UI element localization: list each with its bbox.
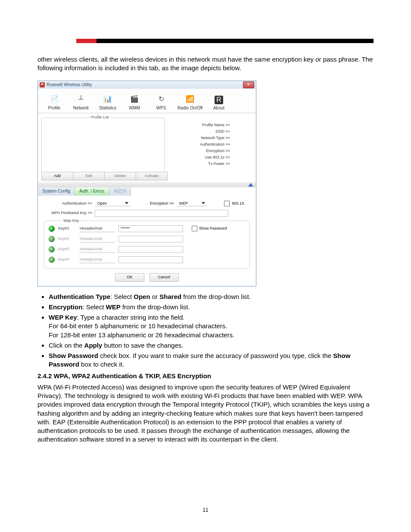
text: from the drop-down list. bbox=[181, 293, 251, 300]
edit-button[interactable]: Edit bbox=[73, 172, 104, 180]
tab-8021x[interactable]: 8021X bbox=[109, 187, 131, 196]
profile-buttons: Add Edit Delete Activate bbox=[41, 172, 168, 180]
toolbar-label: Radio On/Off bbox=[177, 105, 203, 111]
close-button[interactable]: ✕ bbox=[243, 81, 254, 88]
wep-key1-radio[interactable] bbox=[49, 226, 55, 232]
header-stripe-black bbox=[97, 39, 374, 43]
text: from the drop-down list. bbox=[121, 303, 190, 311]
list-item: WEP Key: Type a character string into th… bbox=[49, 313, 374, 339]
wep-key2-format[interactable]: Hexadecimal bbox=[80, 235, 115, 243]
toolbar-network[interactable]: ┴ Network bbox=[70, 94, 92, 111]
wep-key4-format-value: Hexadecimal bbox=[80, 257, 102, 262]
tab-auth-encry[interactable]: Auth. \ Encry. bbox=[75, 187, 109, 196]
chevron-down-icon bbox=[125, 202, 128, 204]
toolbar: 📄 Profile ┴ Network 📊 Statistics 🎬 WMM bbox=[38, 89, 256, 113]
bold: Shared bbox=[159, 293, 181, 300]
bold: Encryption bbox=[49, 303, 82, 311]
bold: Authentication Type bbox=[49, 293, 110, 300]
wep-key3-radio[interactable] bbox=[49, 246, 55, 252]
collapse-icon bbox=[248, 183, 253, 187]
tab-system-config[interactable]: System Config bbox=[38, 187, 75, 196]
prop-network-type: Network Type >> bbox=[200, 135, 230, 141]
wep-key4-label: Key#4 bbox=[58, 257, 76, 262]
toolbar-label: WMM bbox=[123, 105, 146, 111]
window-title: Rosewill Wireless Utility bbox=[47, 82, 243, 88]
about-icon: R bbox=[215, 96, 223, 104]
wmm-icon: 🎬 bbox=[129, 94, 140, 104]
text: box to check it. bbox=[79, 361, 124, 368]
authentication-value: Open bbox=[97, 201, 107, 206]
wpa-preshared-label: WPA Preshared Key >> bbox=[44, 210, 92, 215]
splitter[interactable] bbox=[38, 182, 256, 187]
encryption-value: WEP bbox=[179, 201, 188, 206]
authentication-label: Authentication >> bbox=[44, 201, 92, 206]
radio-icon: 📶 bbox=[185, 94, 195, 104]
text: check box. If you want to make sure the … bbox=[98, 352, 333, 359]
wep-key2-format-value: Hexadecimal bbox=[80, 236, 102, 241]
wep-key3-format[interactable]: Hexadecimal bbox=[80, 246, 115, 253]
wep-key4-format[interactable]: Hexadecimal bbox=[80, 256, 115, 263]
add-button[interactable]: Add bbox=[41, 172, 73, 180]
wep-row-3: Key#3 Hexadecimal bbox=[49, 244, 245, 255]
toolbar-label: Network bbox=[70, 105, 92, 111]
bold: WEP Key bbox=[49, 314, 77, 321]
wep-row-2: Key#2 Hexadecimal bbox=[49, 234, 245, 244]
toolbar-profile[interactable]: 📄 Profile bbox=[43, 94, 65, 111]
row-wpa-preshared: WPA Preshared Key >> bbox=[44, 208, 250, 218]
text: For 128-bit enter 13 alphanumeric or 26 … bbox=[49, 331, 234, 339]
prop-encryption: Encryption >> bbox=[200, 148, 230, 154]
text: Click on the bbox=[49, 342, 84, 349]
text: : Select bbox=[82, 303, 106, 311]
wep-row-1: Key#1 Hexadecimal ****** Show Password bbox=[49, 224, 245, 234]
toolbar-wmm[interactable]: 🎬 WMM bbox=[123, 94, 146, 111]
checkbox-8021x[interactable] bbox=[224, 201, 230, 206]
activate-button[interactable]: Activate bbox=[136, 172, 168, 180]
list-item: Authentication Type: Select Open or Shar… bbox=[49, 292, 374, 301]
wep-key2-input[interactable] bbox=[118, 236, 183, 243]
text: or bbox=[150, 293, 160, 300]
encryption-label: Encryption >> bbox=[150, 201, 174, 206]
app-window: R Rosewill Wireless Utility ✕ 📄 Profile … bbox=[37, 81, 256, 286]
wep-key2-radio[interactable] bbox=[49, 236, 55, 242]
authentication-dropdown[interactable]: Open bbox=[95, 201, 130, 206]
show-password-checkbox[interactable] bbox=[192, 226, 197, 231]
profile-area: Profile List Profile Name >> SSID >> Net… bbox=[38, 113, 256, 182]
about-letter: R bbox=[216, 95, 221, 105]
toolbar-wps[interactable]: ↻ WPS bbox=[150, 94, 172, 111]
wep-key1-input[interactable]: ****** bbox=[118, 225, 183, 232]
delete-button[interactable]: Delete bbox=[104, 172, 136, 180]
bold: Show Password bbox=[49, 352, 98, 359]
wpa-preshared-input[interactable] bbox=[95, 210, 228, 217]
wep-legend: Wep Key bbox=[62, 218, 81, 223]
text: button to save the changes. bbox=[102, 342, 183, 349]
section-title: 2.4.2 WPA, WPA2 Authentication & TKIP, A… bbox=[37, 372, 374, 380]
ok-button[interactable]: OK bbox=[115, 273, 144, 282]
page-number: 11 bbox=[0, 507, 411, 513]
profile-properties: Profile Name >> SSID >> Network Type >> … bbox=[200, 122, 230, 167]
toolbar-about[interactable]: R About bbox=[208, 96, 230, 111]
wep-key1-format[interactable]: Hexadecimal bbox=[80, 225, 115, 232]
wep-fieldset: Wep Key Key#1 Hexadecimal ****** bbox=[44, 221, 250, 269]
text: : Type a character string into the field… bbox=[77, 314, 185, 321]
wep-row-4: Key#4 Hexadecimal bbox=[49, 255, 245, 265]
bulleted-list: Authentication Type: Select Open or Shar… bbox=[49, 292, 374, 369]
wep-key4-radio[interactable] bbox=[49, 257, 55, 263]
toolbar-label: Statistics bbox=[97, 105, 119, 111]
wep-key4-input[interactable] bbox=[118, 256, 183, 263]
row-authentication: Authentication >> Open Encryption >> WEP bbox=[44, 199, 250, 208]
wep-key3-input[interactable] bbox=[118, 246, 183, 253]
profile-list[interactable] bbox=[41, 118, 165, 174]
bold: WEP bbox=[106, 303, 121, 311]
toolbar-label: WPS bbox=[150, 105, 172, 111]
toolbar-radio[interactable]: 📶 Radio On/Off bbox=[177, 94, 203, 111]
text: For 64-bit enter 5 alphanumeric or 10 he… bbox=[49, 322, 227, 330]
label-8021x: 802.1X bbox=[232, 201, 245, 206]
cancel-button[interactable]: Cancel bbox=[149, 273, 179, 282]
toolbar-statistics[interactable]: 📊 Statistics bbox=[97, 94, 119, 111]
app-icon: R bbox=[40, 82, 45, 87]
list-item: Click on the Apply button to save the ch… bbox=[49, 341, 374, 350]
encryption-dropdown[interactable]: WEP bbox=[177, 201, 207, 206]
wep-key1-label: Key#1 bbox=[58, 226, 76, 231]
ok-cancel-row: OK Cancel bbox=[44, 273, 250, 282]
section-body: WPA (Wi-Fi Protected Access) was designe… bbox=[37, 383, 374, 444]
